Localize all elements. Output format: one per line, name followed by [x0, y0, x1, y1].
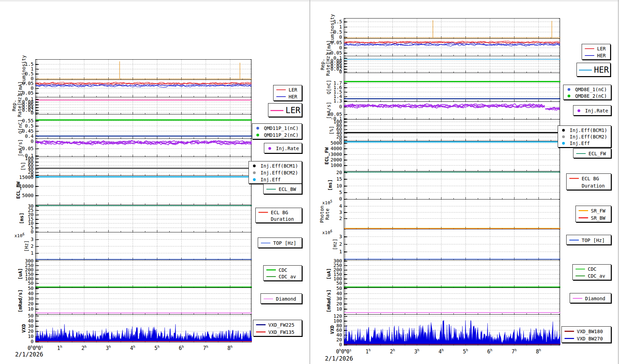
- trace-canvas-diamond: [344, 288, 560, 315]
- legend-cdc: CDCCDC_av: [572, 264, 611, 280]
- tick-label: 50: [28, 286, 34, 291]
- date-label: 2/1/2026: [15, 351, 43, 358]
- tick-label: 0: [339, 342, 342, 347]
- trace-canvas-vxd: [344, 315, 560, 345]
- trace-canvas-luminosity: [36, 60, 252, 80]
- legend-label: CDC: [588, 266, 596, 272]
- x-axis-hour-label: 2h: [81, 345, 86, 351]
- axis-label-luminosity: Luminosity: [21, 55, 26, 84]
- axis-label-diamond: [mRad/s]: [326, 289, 331, 312]
- right-row-luminosity: [344, 18, 560, 39]
- axis-label-inj-eff: [%]: [20, 162, 26, 170]
- legend-line-sample: [276, 96, 286, 97]
- tick-label: 0: [31, 229, 34, 234]
- tick-label: 3: [31, 236, 34, 242]
- legend-sr: SR_FWSR_BW: [575, 206, 611, 222]
- tick-label: 0: [31, 138, 34, 144]
- legend-line-sample: [264, 299, 273, 300]
- tick-label: 40: [28, 318, 34, 324]
- x-axis-hour-label: 5h: [154, 345, 159, 351]
- tick-label: 0: [31, 110, 34, 116]
- x-axis-hour-label: 8h: [227, 345, 232, 351]
- tick-label: 0.4: [25, 133, 34, 139]
- trace-canvas-top-rate: [344, 229, 560, 260]
- trace-canvas-inj-rate: [344, 102, 560, 120]
- tick-label: 2000: [330, 157, 342, 162]
- trace-canvas-vxd: [36, 315, 252, 342]
- legend-dot-sample: [253, 171, 256, 174]
- x-axis-start-label: 0h0m0s: [27, 345, 43, 351]
- tick-label: 30: [28, 296, 34, 301]
- tick-label: 4000: [330, 146, 342, 151]
- left-row-luminosity: [35, 59, 252, 80]
- legend-beams: LERHER: [273, 85, 302, 101]
- legend-label: LER: [597, 46, 606, 51]
- tick-label: 1: [339, 249, 342, 254]
- legend-label: Inj.Eff(BCM2): [260, 170, 298, 175]
- tick-label: 0.5: [25, 123, 34, 129]
- legend-label: QMD8E_2(nC): [575, 93, 607, 99]
- axis-label-ecl-bg: [ms]: [327, 179, 333, 191]
- right-row-top-rate: [344, 229, 560, 260]
- tick-label: 2: [339, 241, 342, 247]
- trace-canvas-diamond: [36, 288, 252, 315]
- axis-label-luminosity: Luminosity: [329, 14, 335, 43]
- legend-ecl-fw: ECL_FW: [573, 148, 611, 158]
- legend-line-sample: [576, 153, 586, 154]
- trace-canvas-rep-rate: [344, 56, 560, 73]
- tick-label: 10: [28, 306, 34, 312]
- x-axis-hour-label: 5h: [463, 348, 468, 355]
- legend-label: QMD8E_1(nC): [575, 87, 607, 92]
- tick-label: 3: [339, 209, 342, 215]
- axis-label-charge: Q[nC]: [326, 80, 331, 94]
- legend-label: LER: [289, 87, 297, 93]
- trace-canvas-ecl-bg: [36, 205, 252, 232]
- axis-label-rep-rate: Rep.: [11, 100, 17, 111]
- legend-label: ECL BG: [271, 210, 288, 215]
- legend-line-sample: [575, 269, 585, 270]
- legend-line-sample: [569, 178, 579, 179]
- tick-label: 15000: [19, 174, 34, 180]
- x-axis-hour-label: 4h: [438, 348, 444, 355]
- legend-line-sample: [575, 276, 585, 277]
- tick-label: 40: [336, 291, 342, 296]
- axis-label-vxd: VXD: [329, 325, 335, 334]
- legend-dot-sample: [562, 129, 565, 132]
- legend-label: HER: [594, 65, 609, 75]
- legend-beams: LERHER: [582, 44, 610, 60]
- legend-label: Inj.Eff(BCM1): [570, 128, 607, 133]
- x-axis-hour-label: 3h: [106, 345, 111, 351]
- tick-label: 1: [339, 24, 342, 29]
- legend-diamond: Diamond: [570, 293, 611, 303]
- legend-line-sample: [266, 276, 276, 277]
- legend-dot-sample: [568, 95, 570, 97]
- left-row-inj-eff: [35, 157, 252, 176]
- right-row-inj-rate: [344, 101, 560, 120]
- trace-canvas-ecl-fw: [344, 141, 560, 171]
- legend-line-sample: [585, 55, 594, 56]
- axis-label-top-rate: [Hz]: [24, 240, 29, 252]
- legend-label: Duration: [582, 183, 605, 189]
- tick-label: 50: [28, 280, 34, 286]
- left-row-top-rate: [35, 232, 252, 260]
- tick-label: 3: [339, 234, 342, 239]
- trace-canvas-current: [344, 39, 560, 56]
- legend-label: Inj.Eff: [260, 177, 281, 182]
- legend-label: Inj.Eff(BCM2): [570, 134, 607, 139]
- right-row-cdc-current: [344, 260, 560, 288]
- x-axis-hour-label: 3h: [414, 348, 419, 355]
- left-row-ecl-bg: [35, 205, 252, 232]
- legend-dot-sample: [256, 127, 259, 130]
- legend-label: Inj.Rate: [585, 108, 608, 113]
- legend-dot-sample: [562, 135, 565, 138]
- x-axis-hour-label: 8h: [536, 348, 541, 355]
- legend-inj-eff: Inj.Eff(BCM1)Inj.Eff(BCM2)Inj.Eff: [248, 161, 302, 184]
- x-axis-hour-label: 1h: [365, 348, 371, 355]
- tick-label: 5: [339, 190, 342, 195]
- tick-label: 0: [339, 104, 342, 109]
- legend-label: ECL BG: [582, 176, 599, 181]
- x-axis-hour-label: 6h: [179, 345, 184, 351]
- legend-label: Inj.Eff(BCM1): [260, 163, 298, 169]
- trace-canvas-cdc-current: [36, 260, 252, 288]
- right-row-ecl-bg: [344, 171, 560, 199]
